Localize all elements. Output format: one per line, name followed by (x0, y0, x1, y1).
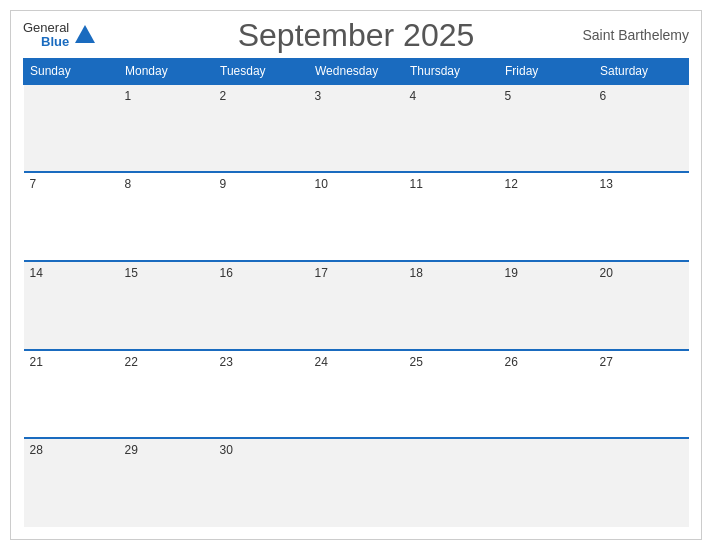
calendar-week-row: 123456 (24, 84, 689, 173)
day-number: 14 (30, 266, 43, 280)
calendar-day-cell: 25 (404, 350, 499, 439)
day-number: 20 (600, 266, 613, 280)
header-tuesday: Tuesday (214, 58, 309, 84)
calendar-day-cell: 20 (594, 261, 689, 350)
calendar-week-row: 78910111213 (24, 172, 689, 261)
day-number: 10 (315, 177, 328, 191)
day-number: 28 (30, 443, 43, 457)
calendar-day-cell: 2 (214, 84, 309, 173)
calendar-day-cell: 11 (404, 172, 499, 261)
day-number: 4 (410, 89, 417, 103)
day-number: 21 (30, 355, 43, 369)
calendar-header: General Blue September 2025 Saint Barthe… (23, 21, 689, 50)
calendar-day-cell: 27 (594, 350, 689, 439)
calendar-day-cell: 6 (594, 84, 689, 173)
calendar-day-cell: 3 (309, 84, 404, 173)
calendar-day-cell: 9 (214, 172, 309, 261)
calendar-week-row: 282930 (24, 438, 689, 527)
calendar-day-cell (594, 438, 689, 527)
calendar: General Blue September 2025 Saint Barthe… (10, 10, 702, 540)
calendar-day-cell (309, 438, 404, 527)
calendar-day-cell: 8 (119, 172, 214, 261)
calendar-day-cell: 13 (594, 172, 689, 261)
day-number: 12 (505, 177, 518, 191)
calendar-day-cell: 24 (309, 350, 404, 439)
calendar-day-cell: 26 (499, 350, 594, 439)
header-friday: Friday (499, 58, 594, 84)
calendar-day-cell: 21 (24, 350, 119, 439)
month-title: September 2025 (238, 17, 475, 54)
day-number: 25 (410, 355, 423, 369)
calendar-day-cell: 29 (119, 438, 214, 527)
calendar-day-cell (24, 84, 119, 173)
day-number: 18 (410, 266, 423, 280)
calendar-day-cell: 23 (214, 350, 309, 439)
day-number: 22 (125, 355, 138, 369)
day-number: 15 (125, 266, 138, 280)
day-number: 13 (600, 177, 613, 191)
logo: General Blue (23, 21, 95, 50)
header-monday: Monday (119, 58, 214, 84)
day-number: 8 (125, 177, 132, 191)
calendar-day-cell: 5 (499, 84, 594, 173)
calendar-week-row: 21222324252627 (24, 350, 689, 439)
calendar-day-cell: 1 (119, 84, 214, 173)
calendar-day-cell: 28 (24, 438, 119, 527)
country-label: Saint Barthelemy (582, 27, 689, 43)
calendar-table: Sunday Monday Tuesday Wednesday Thursday… (23, 58, 689, 527)
day-number: 26 (505, 355, 518, 369)
calendar-day-cell: 19 (499, 261, 594, 350)
header-saturday: Saturday (594, 58, 689, 84)
day-number: 2 (220, 89, 227, 103)
header-wednesday: Wednesday (309, 58, 404, 84)
calendar-day-cell: 16 (214, 261, 309, 350)
day-number: 6 (600, 89, 607, 103)
logo-triangle-icon (75, 25, 95, 43)
calendar-day-cell: 4 (404, 84, 499, 173)
day-number: 24 (315, 355, 328, 369)
calendar-day-cell: 15 (119, 261, 214, 350)
calendar-day-cell: 10 (309, 172, 404, 261)
calendar-day-cell: 30 (214, 438, 309, 527)
day-number: 30 (220, 443, 233, 457)
day-number: 23 (220, 355, 233, 369)
calendar-day-cell (499, 438, 594, 527)
calendar-day-cell: 14 (24, 261, 119, 350)
day-number: 11 (410, 177, 423, 191)
day-number: 17 (315, 266, 328, 280)
logo-blue-text: Blue (41, 35, 69, 49)
day-number: 1 (125, 89, 132, 103)
calendar-day-cell: 7 (24, 172, 119, 261)
header-sunday: Sunday (24, 58, 119, 84)
day-number: 5 (505, 89, 512, 103)
calendar-day-cell: 12 (499, 172, 594, 261)
day-number: 27 (600, 355, 613, 369)
header-thursday: Thursday (404, 58, 499, 84)
logo-general-text: General (23, 21, 69, 35)
weekday-header-row: Sunday Monday Tuesday Wednesday Thursday… (24, 58, 689, 84)
calendar-day-cell: 18 (404, 261, 499, 350)
day-number: 16 (220, 266, 233, 280)
day-number: 9 (220, 177, 227, 191)
calendar-day-cell (404, 438, 499, 527)
calendar-week-row: 14151617181920 (24, 261, 689, 350)
day-number: 29 (125, 443, 138, 457)
day-number: 3 (315, 89, 322, 103)
day-number: 19 (505, 266, 518, 280)
calendar-day-cell: 17 (309, 261, 404, 350)
day-number: 7 (30, 177, 37, 191)
calendar-day-cell: 22 (119, 350, 214, 439)
